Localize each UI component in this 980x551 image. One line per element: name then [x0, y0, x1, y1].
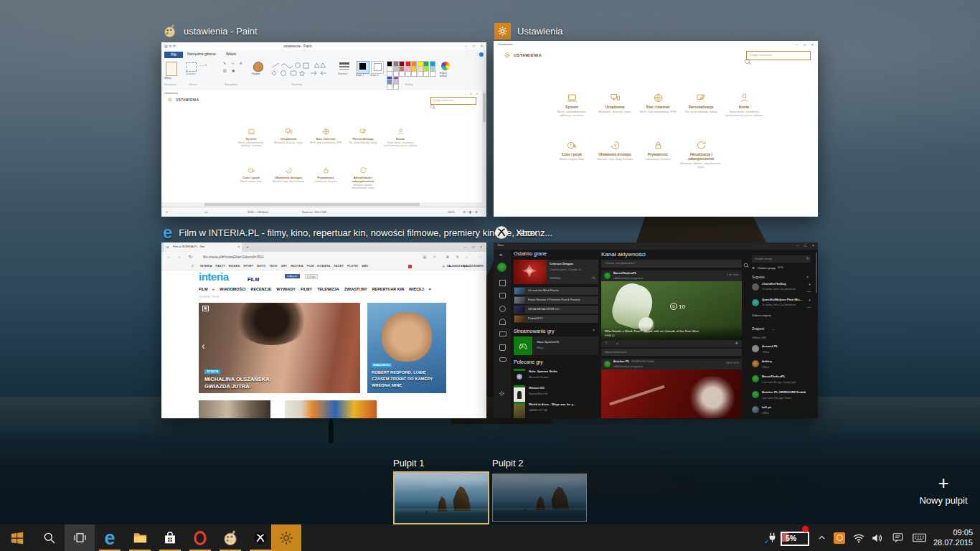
paint-vscrollbar[interactable] [482, 90, 486, 202]
close-icon[interactable]: × [593, 329, 595, 333]
paint-help-icon [479, 52, 484, 57]
see-more-link[interactable]: Zobacz więcej [752, 314, 771, 318]
store-icon [499, 344, 506, 351]
feed-post-image [601, 369, 742, 418]
window-title-paint: ustawienia - Paint [184, 26, 258, 37]
carousel-next-icon[interactable]: › [438, 340, 441, 353]
size-icon-2 [339, 66, 349, 67]
settings-category-personalization[interactable]: Personalizacja Tło, ekran blokady, kolor… [680, 93, 722, 113]
battery-indicator[interactable]: 5% [781, 524, 812, 551]
paint-canvas: Ustawienia – □ × USTAWIENIA Znajdź ustaw… [161, 90, 483, 202]
friend-row[interactable]: kali pe Offline [752, 405, 811, 418]
tray-app-icon[interactable] [831, 524, 848, 551]
task-view-button[interactable] [65, 524, 95, 551]
game-thumb [514, 306, 525, 313]
feed-composer[interactable]: Chcesz coś powiedzieć? [601, 260, 742, 268]
settings-category-system[interactable]: System Ekran, powiadomienia, aplikacje, … [551, 93, 593, 117]
gear-icon [278, 530, 294, 546]
settings-thumb-title-row[interactable]: Ustawienia [494, 23, 563, 39]
streaming-name: Xbox-SystemOS [537, 341, 559, 344]
palette-swatch [393, 71, 399, 77]
friend-status: Offline [762, 351, 769, 354]
close-icon[interactable]: × [806, 276, 809, 280]
color1-label: Kolor 1 [356, 74, 364, 77]
clock-language-icon [567, 140, 578, 151]
paint-thumb-title-row[interactable]: ustawienia - Paint [163, 24, 258, 38]
paint-window-controls: – □ × [465, 44, 483, 48]
tab-close-icon: × [237, 245, 240, 249]
post-action: odblokował(a) osiągnięcie [613, 277, 643, 280]
taskbar-paint[interactable] [215, 524, 245, 551]
taskbar-file-explorer[interactable] [125, 524, 155, 551]
friend-row[interactable]: Artheq Offline [752, 359, 811, 373]
window-thumb-xbox[interactable]: Xbox – □ × ≡ Ostatnio grane Crimson Drag… [494, 242, 818, 418]
menu-item-repertuar: REPERTUAR KIN [372, 287, 404, 291]
settings-category-network[interactable]: Sieć i Internet Wi-Fi, tryb samolotowy, … [637, 93, 679, 113]
window-thumb-settings[interactable]: Ustawienia – □ × USTAWIENIA Znajdź ustaw… [494, 41, 818, 217]
keyboard-icon [912, 530, 927, 545]
add-icon[interactable]: + [809, 283, 811, 286]
taskbar-edge[interactable]: e [95, 524, 125, 551]
settings-category-ease[interactable]: Ułatwienia dostępu Narrator, lupa, duży … [594, 140, 636, 161]
settings-category-update[interactable]: Aktualizacja i zabezpieczenia Windows Up… [680, 140, 722, 169]
tray-action-center[interactable] [888, 524, 907, 551]
tray-volume[interactable] [868, 524, 887, 551]
post-user: Butcher PL [613, 360, 629, 364]
xbox-scrollbar[interactable] [816, 253, 817, 293]
settings-category-privacy[interactable]: Prywatność Lokalizacja, kamera [637, 140, 679, 161]
interia-page: ≡ INTERIAFAKTYBIZNESSPORTMOTOTECHGRYMUZY… [161, 263, 486, 418]
tray-expand-button[interactable] [814, 524, 829, 551]
tray-touch-keyboard[interactable] [908, 524, 930, 551]
dismiss-icon[interactable]: — [808, 306, 811, 309]
paint-titlebar-text: ustawienia - Paint [283, 44, 311, 49]
friend-row[interactable]: Butcher PL GRZEGORZ Drabik Last seen 15h… [752, 390, 811, 404]
settings-category-accounts[interactable]: Konta Twoje konto, ustawienia synchroniz… [723, 93, 765, 117]
clock[interactable]: 09:05 28.07.2015 [930, 524, 977, 551]
folder-icon [132, 529, 149, 546]
maximize-icon: □ [472, 245, 474, 249]
paint-statusbar: + ▭ 3200 × 1800piks Rozmiar: 250,2 KB 10… [161, 207, 486, 217]
streaming-tile: Xbox-SystemOS Włącz [514, 336, 598, 355]
suggestions-header: Sugestie [752, 276, 765, 279]
start-button[interactable] [0, 524, 34, 551]
edge-tab: e Film w INTERIA.PL - film × [164, 242, 242, 252]
close-icon: × [812, 244, 814, 248]
find-people-search[interactable]: Znajdź osoby ↻ [752, 255, 811, 263]
new-desktop-button[interactable]: + Nowy pulpit [911, 474, 976, 517]
suggestion-row[interactable]: ChandlerTheDog To osoba, która Cię obser… [752, 283, 811, 297]
settings-category-devices[interactable]: Urządzenia Bluetooth, drukarki, mysz [594, 93, 636, 113]
settings-category-time[interactable]: Czas i język Mowa, region, data [551, 140, 593, 161]
friend-row[interactable]: BaronXboksaPL Last seen 8h ago: Dying Li… [752, 375, 811, 388]
friend-row[interactable]: Armand PL Offline [752, 344, 811, 358]
game-thumb [514, 297, 525, 303]
back-icon: ← [166, 255, 171, 260]
desktop-2-thumbnail[interactable] [492, 474, 587, 522]
menu-item-telewizja: TELEWIZJA [317, 287, 339, 291]
desktop-1-thumbnail[interactable] [393, 471, 489, 524]
taskbar-settings-active[interactable] [271, 524, 301, 551]
game-publisher: Square Enix Ltd. [529, 392, 548, 395]
plus-icon: + [911, 474, 976, 492]
friends-icon [499, 306, 506, 312]
taskbar-store[interactable] [155, 524, 185, 551]
like-share-icons[interactable]: ♡ ⌂ [605, 342, 622, 346]
zoom-slider[interactable]: ⊖ ─▮─ ⊕ [463, 210, 478, 215]
window-thumb-edge[interactable]: e Film w INTERIA.PL - film × + – □ × ← →… [161, 242, 486, 418]
settings-search-box[interactable]: Znajdź ustawienie [746, 51, 811, 60]
suggestion-row[interactable]: QuasiKofMeljusz Piotr Mis... To osoba, k… [752, 298, 811, 313]
pin-icon[interactable]: ✈ [735, 342, 738, 346]
xbox-thumb-title-row[interactable]: Xbox [494, 225, 537, 240]
tray-network[interactable] [849, 524, 868, 551]
taskbar-search-button[interactable] [34, 524, 65, 551]
avatar [497, 263, 507, 272]
taskbar-opera[interactable] [185, 524, 215, 551]
dismiss-icon[interactable]: — [808, 290, 811, 293]
battery-percent: 5% [786, 534, 796, 542]
carousel-prev-icon[interactable]: ‹ [202, 340, 205, 352]
tray-power-plug[interactable]: ✓ [763, 524, 781, 551]
comment-box[interactable]: Wpisz komentarz [601, 349, 742, 356]
speaker-icon [871, 532, 884, 545]
add-icon[interactable]: + [809, 298, 811, 302]
window-thumb-paint[interactable]: ▤ ⟲ ⟳ ustawienia - Paint – □ × Plik Narz… [161, 42, 486, 217]
game-thumb [514, 288, 525, 294]
